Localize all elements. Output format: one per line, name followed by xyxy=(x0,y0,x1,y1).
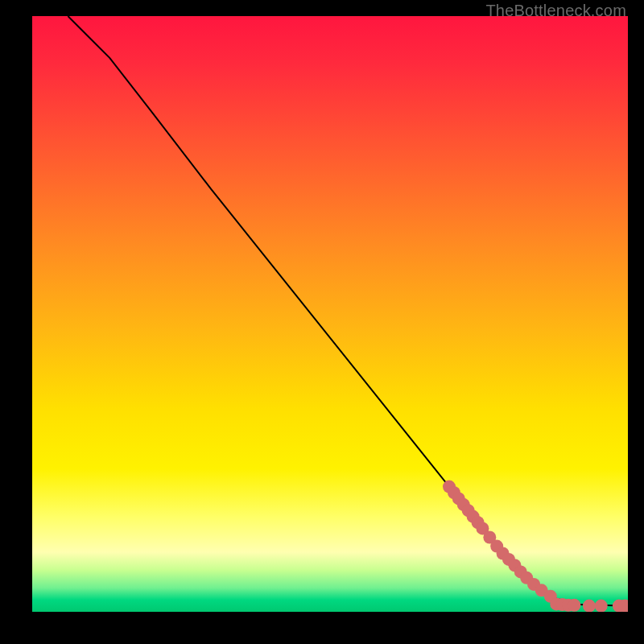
data-point xyxy=(583,600,596,612)
chart-frame: TheBottleneck.com xyxy=(0,0,644,644)
bottleneck-curve xyxy=(68,16,628,606)
chart-svg xyxy=(32,16,628,612)
plot-area xyxy=(32,16,628,612)
data-point xyxy=(568,599,580,612)
data-point xyxy=(595,600,608,612)
